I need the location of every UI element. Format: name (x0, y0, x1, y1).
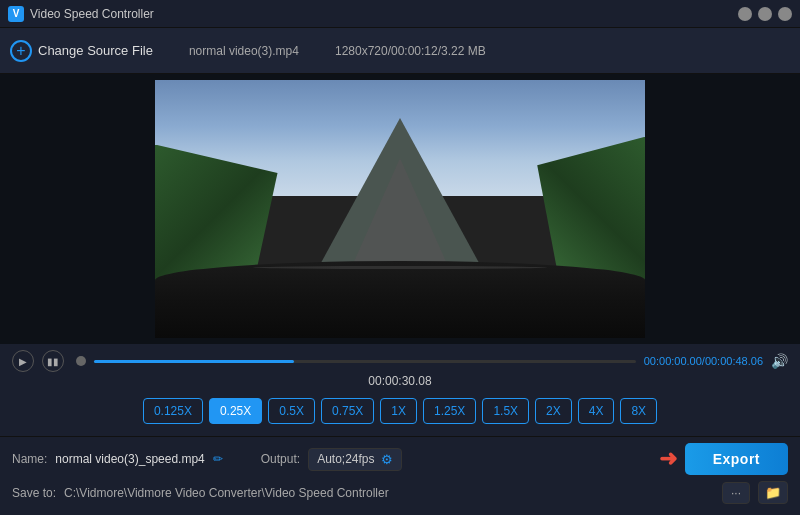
controls: ▶ ▮▮ 00:00:00.00/00:00:48.06 🔊 00:00:30.… (0, 344, 800, 436)
folder-button[interactable]: 📁 (758, 481, 788, 504)
playback-row: ▶ ▮▮ 00:00:00.00/00:00:48.06 🔊 (12, 350, 788, 372)
close-button[interactable] (778, 7, 792, 21)
change-source-button[interactable]: + Change Source File (10, 40, 153, 62)
output-value-text: Auto;24fps (317, 452, 374, 466)
speed-button-15x[interactable]: 1.5X (482, 398, 529, 424)
time-display: 00:00:00.00/00:00:48.06 (644, 355, 763, 367)
output-select[interactable]: Auto;24fps ⚙ (308, 448, 401, 471)
dots-button[interactable]: ··· (722, 482, 750, 504)
change-source-label: Change Source File (38, 43, 153, 58)
titlebar: V Video Speed Controller (0, 0, 800, 28)
minimize-button[interactable] (738, 7, 752, 21)
speed-button-2x[interactable]: 2X (535, 398, 572, 424)
export-area: ➜ Export (659, 443, 788, 475)
stop-button[interactable]: ▮▮ (42, 350, 64, 372)
export-button[interactable]: Export (685, 443, 788, 475)
edit-icon[interactable]: ✏ (213, 452, 223, 466)
file-meta: 1280x720/00:00:12/3.22 MB (335, 44, 486, 58)
window-controls (738, 7, 792, 21)
maximize-button[interactable] (758, 7, 772, 21)
speed-button-4x[interactable]: 4X (578, 398, 615, 424)
gear-icon: ⚙ (381, 452, 393, 467)
plus-circle-icon: + (10, 40, 32, 62)
save-label: Save to: (12, 486, 56, 500)
speed-button-05x[interactable]: 0.5X (268, 398, 315, 424)
bottom-bar: Name: normal video(3)_speed.mp4 ✏ Output… (0, 436, 800, 510)
speed-button-025x[interactable]: 0.25X (209, 398, 262, 424)
speed-button-0125x[interactable]: 0.125X (143, 398, 203, 424)
toolbar: + Change Source File normal video(3).mp4… (0, 28, 800, 74)
video-dashboard (155, 261, 645, 338)
speed-button-125x[interactable]: 1.25X (423, 398, 476, 424)
output-label: Output: (261, 452, 300, 466)
save-path: C:\Vidmore\Vidmore Video Converter\Video… (64, 486, 714, 500)
volume-icon[interactable]: 🔊 (771, 353, 788, 369)
current-time: 00:00:30.08 (12, 374, 788, 388)
speed-button-8x[interactable]: 8X (620, 398, 657, 424)
progress-dot (76, 356, 86, 366)
speed-row: 0.125X0.25X0.5X0.75X1X1.25X1.5X2X4X8X (12, 394, 788, 432)
speed-button-075x[interactable]: 0.75X (321, 398, 374, 424)
video-area (0, 74, 800, 344)
save-row: Save to: C:\Vidmore\Vidmore Video Conver… (12, 481, 788, 504)
play-button[interactable]: ▶ (12, 350, 34, 372)
app-title: Video Speed Controller (30, 7, 738, 21)
arrow-icon: ➜ (659, 446, 677, 472)
app-icon: V (8, 6, 24, 22)
name-value: normal video(3)_speed.mp4 (55, 452, 204, 466)
name-label: Name: (12, 452, 47, 466)
progress-fill (94, 360, 294, 363)
file-name: normal video(3).mp4 (189, 44, 299, 58)
progress-track[interactable] (94, 360, 636, 363)
speed-button-1x[interactable]: 1X (380, 398, 417, 424)
name-row: Name: normal video(3)_speed.mp4 ✏ Output… (12, 443, 788, 475)
video-frame[interactable] (155, 80, 645, 338)
